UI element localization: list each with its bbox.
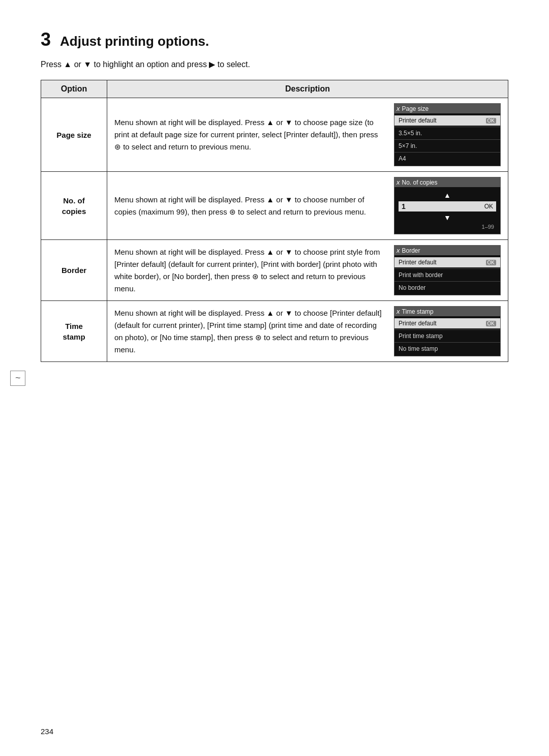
menu-item-border-2: No border bbox=[394, 283, 500, 293]
menu-item-timestamp-0: Printer defaultOK bbox=[394, 318, 500, 328]
desc-text-1: Menu shown at right will be displayed. P… bbox=[114, 194, 385, 218]
menu-item-timestamp-1: Print time stamp bbox=[394, 331, 500, 341]
option-label-0: Page size bbox=[41, 98, 107, 172]
desc-text-2: Menu shown at right will be displayed. P… bbox=[114, 246, 385, 295]
menu-item-border-1: Print with border bbox=[394, 270, 500, 280]
description-cell-3: Menu shown at right will be displayed. P… bbox=[107, 301, 508, 362]
menu-item-page_size-3: A4 bbox=[394, 154, 500, 164]
menu-preview-timestamp: x Time stampPrinter defaultOKPrint time … bbox=[394, 306, 501, 356]
step-title: Adjust printing options. bbox=[60, 34, 209, 49]
desc-text-3: Menu shown at right will be displayed. P… bbox=[114, 307, 385, 356]
header-option: Option bbox=[41, 80, 107, 98]
step-heading: 3 Adjust printing options. bbox=[41, 31, 508, 49]
menu-item-page_size-0: Printer defaultOK bbox=[394, 115, 500, 126]
menu-preview-page_size: x Page sizePrinter defaultOK3.5×5 in.5×7… bbox=[394, 103, 501, 166]
description-cell-1: Menu shown at right will be displayed. P… bbox=[107, 172, 508, 240]
options-table: Option Description Page sizeMenu shown a… bbox=[41, 80, 508, 362]
side-marker: ~ bbox=[10, 371, 25, 386]
desc-text-0: Menu shown at right will be displayed. P… bbox=[114, 116, 385, 153]
option-label-2: Border bbox=[41, 240, 107, 301]
menu-item-page_size-2: 5×7 in. bbox=[394, 141, 500, 151]
description-cell-0: Menu shown at right will be displayed. P… bbox=[107, 98, 508, 172]
page-number: 234 bbox=[41, 727, 53, 736]
menu-preview-copies: x No. of copies▲1OK▼1–99 bbox=[394, 177, 501, 234]
menu-item-border-0: Printer defaultOK bbox=[394, 257, 500, 267]
header-description: Description bbox=[107, 80, 508, 98]
side-icon: ~ bbox=[15, 373, 21, 383]
option-label-1: No. ofcopies bbox=[41, 172, 107, 240]
description-cell-2: Menu shown at right will be displayed. P… bbox=[107, 240, 508, 301]
option-label-3: Timestamp bbox=[41, 301, 107, 362]
step-number: 3 bbox=[41, 31, 51, 49]
menu-preview-border: x BorderPrinter defaultOKPrint with bord… bbox=[394, 245, 501, 295]
menu-item-page_size-1: 3.5×5 in. bbox=[394, 128, 500, 138]
menu-item-timestamp-2: No time stamp bbox=[394, 344, 500, 354]
instruction: Press ▲ or ▼ to highlight an option and … bbox=[41, 58, 508, 71]
